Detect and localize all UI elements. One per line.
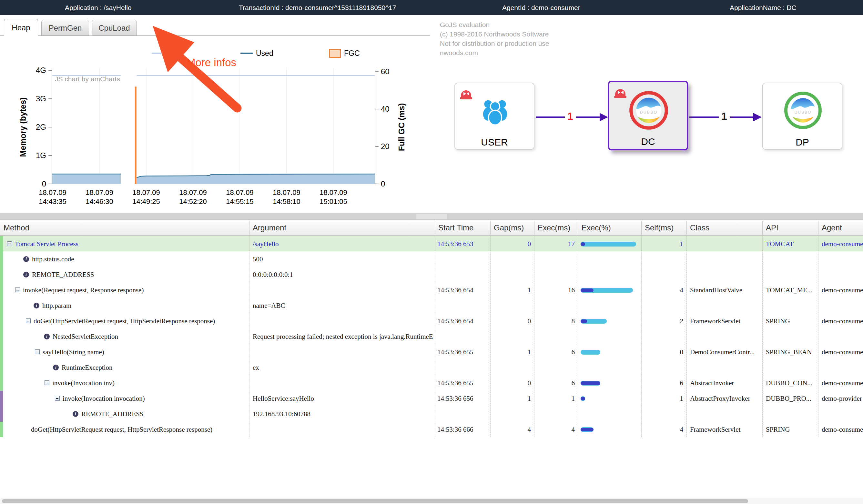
tab-heap[interactable]: Heap (4, 19, 38, 36)
collapse-icon[interactable] (55, 396, 60, 401)
table-row[interactable]: REMOTE_ADDRESSi0:0:0:0:0:0:0:1 (0, 267, 863, 282)
tab-permgen[interactable]: PermGen (41, 20, 89, 36)
tab-cpuload[interactable]: CpuLoad (92, 20, 137, 36)
agent-cell: demo-consumer (822, 375, 863, 391)
exec-cell: 6 (534, 344, 575, 360)
self-cell: 1 (641, 236, 683, 252)
agent-cell: demo-consumer (822, 236, 863, 252)
table-row[interactable]: doGet(HttpServletRequest request, HttpSe… (0, 313, 863, 329)
legend-item-max: Max (152, 48, 181, 59)
alarm-icon (613, 85, 627, 99)
argument-cell (253, 313, 433, 329)
start-time-cell: 14:53:36 653 (437, 236, 489, 252)
alarm-icon (459, 87, 473, 101)
table-row[interactable]: invoke(Invocation inv)14:53:36 655066Abs… (0, 375, 863, 391)
self-bar-segment (580, 381, 600, 385)
users-icon (479, 96, 511, 126)
class-cell: AbstractProxyInvoker (690, 391, 762, 406)
page-horizontal-scrollbar[interactable] (0, 498, 863, 504)
api-cell: TOMCAT (766, 236, 818, 252)
info-icon: i (73, 411, 78, 417)
class-cell: StandardHostValve (690, 282, 762, 298)
edge-count-user-dc: 1 (565, 110, 576, 122)
agent-strip-purple (0, 406, 3, 422)
collapse-icon[interactable] (35, 350, 40, 354)
svg-text:Memory (bytes): Memory (bytes) (18, 98, 27, 157)
transaction-id-label: TransactionId : demo-consumer^1531118918… (239, 0, 396, 15)
application-label: Application : /sayHello (65, 0, 132, 15)
agent-strip-green (0, 267, 3, 282)
table-row[interactable]: http.status.codei500 (0, 251, 863, 267)
column-header-agent[interactable]: Agent (822, 220, 862, 236)
agent-strip-green (0, 236, 3, 252)
collapse-icon[interactable] (45, 380, 49, 385)
legend-item-used: Used (240, 48, 273, 59)
svg-text:DUBBO: DUBBO (795, 110, 812, 115)
svg-text:18.07.0914:52:20: 18.07.0914:52:20 (179, 188, 207, 205)
svg-text:20: 20 (381, 142, 389, 151)
column-header-argument[interactable]: Argument (253, 220, 434, 236)
table-row[interactable]: invoke(Invocation invocation)HelloServic… (0, 391, 863, 406)
start-time-cell: 14:53:36 654 (437, 313, 489, 329)
api-cell: TOMCAT_ME... (766, 282, 818, 298)
svg-text:4G: 4G (36, 66, 46, 75)
argument-cell: Request processing failed; nested except… (253, 329, 433, 344)
collapse-icon[interactable] (26, 318, 31, 323)
column-header-self-ms-[interactable]: Self(ms) (645, 220, 686, 236)
exec-percent-bar (580, 422, 639, 437)
gap-cell: 1 (490, 391, 531, 406)
dubbo-icon: DUBBO (783, 90, 823, 130)
agent-strip-green (0, 329, 3, 344)
argument-cell (253, 282, 433, 298)
agent-strip-green (0, 344, 3, 360)
table-row[interactable]: doGet(HttpServletRequest request, HttpSe… (0, 422, 863, 437)
column-header-exec-[interactable]: Exec(%) (581, 220, 640, 236)
table-row[interactable]: invoke(Request request, Response respons… (0, 282, 863, 298)
node-dp[interactable]: DUBBO DP (762, 83, 842, 150)
method-cell: sayHello(String name) (0, 344, 290, 360)
collapse-icon[interactable] (7, 241, 12, 246)
argument-cell: 500 (253, 251, 433, 267)
table-row[interactable]: REMOTE_ADDRESSi192.168.93.10:60788 (0, 406, 863, 422)
svg-text:18.07.0914:55:15: 18.07.0914:55:15 (226, 188, 254, 205)
argument-cell: HelloService:sayHello (253, 391, 433, 406)
class-cell: DemoConsumerContr... (690, 344, 762, 360)
column-header-method[interactable]: Method (3, 220, 248, 236)
call-tree-header: MethodArgumentStart TimeGap(ms)Exec(ms)E… (0, 219, 863, 236)
table-row[interactable]: sayHello(String name)14:53:36 655160Demo… (0, 344, 863, 360)
svg-text:0: 0 (42, 179, 46, 188)
argument-cell: 192.168.93.10:60788 (253, 406, 433, 422)
agent-cell: demo-provider (822, 391, 863, 406)
self-cell: 4 (641, 422, 683, 437)
agent-strip-green (0, 298, 3, 313)
agent-strip-green (0, 360, 3, 375)
api-cell: DUBBO_PRO... (766, 391, 818, 406)
agent-strip-green (0, 282, 3, 298)
svg-text:18.07.0914:46:30: 18.07.0914:46:30 (86, 188, 113, 205)
method-cell: doGet(HttpServletRequest request, HttpSe… (0, 313, 282, 329)
node-dc[interactable]: DUBBO DC (608, 81, 688, 150)
node-user[interactable]: USER (454, 83, 535, 150)
table-row[interactable]: Tomcat Servlet Process/sayHello14:53:36 … (0, 236, 863, 251)
column-header-gap-ms-[interactable]: Gap(ms) (494, 220, 533, 236)
class-cell: AbstractInvoker (690, 375, 762, 391)
column-header-class[interactable]: Class (690, 220, 761, 236)
table-row[interactable]: NestedServletExceptioniRequest processin… (0, 329, 863, 344)
svg-text:2G: 2G (36, 123, 46, 131)
table-row[interactable]: RuntimeExceptioniex (0, 360, 863, 375)
column-header-api[interactable]: API (766, 220, 817, 236)
api-cell: SPRING_BEAN (766, 344, 818, 360)
method-cell: doGet(HttpServletRequest request, HttpSe… (0, 422, 279, 437)
collapse-icon[interactable] (15, 288, 20, 292)
node-dp-label: DP (763, 137, 842, 148)
column-header-exec-ms-[interactable]: Exec(ms) (538, 220, 577, 236)
argument-cell: name=ABC (253, 298, 433, 313)
exec-percent-bar (580, 375, 639, 391)
gap-cell: 0 (490, 313, 531, 329)
scrollbar-thumb[interactable] (2, 499, 748, 503)
column-header-start-time[interactable]: Start Time (438, 220, 489, 236)
table-row[interactable]: http.paraminame=ABC (0, 298, 863, 313)
self-cell: 0 (641, 344, 683, 360)
svg-text:1G: 1G (36, 151, 46, 160)
fgc-box-swatch (329, 49, 341, 58)
